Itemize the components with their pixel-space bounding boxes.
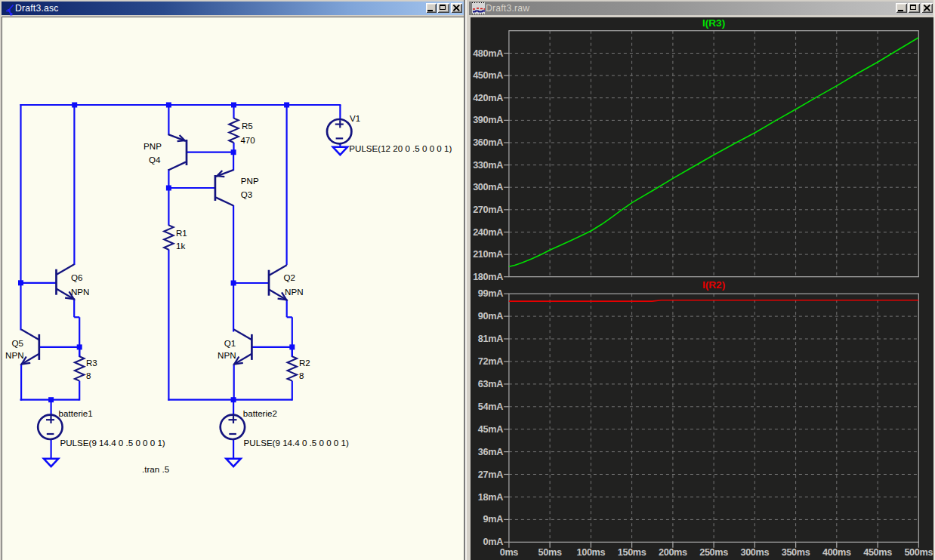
svg-text:9mA: 9mA [483, 514, 503, 525]
svg-text:45mA: 45mA [477, 423, 502, 434]
svg-text:Q5: Q5 [12, 338, 23, 348]
svg-text:450ms: 450ms [863, 547, 892, 558]
svg-text:Q3: Q3 [241, 189, 252, 199]
svg-text:PULSE(9 14.4 0 .5 0 0 0 1): PULSE(9 14.4 0 .5 0 0 0 1) [60, 438, 165, 448]
svg-text:R5: R5 [242, 121, 253, 131]
svg-text:300ms: 300ms [740, 547, 769, 558]
svg-text:330mA: 330mA [473, 159, 503, 170]
svg-text:0mA: 0mA [483, 537, 503, 547]
svg-text:V1: V1 [350, 113, 360, 123]
svg-text:50ms: 50ms [538, 547, 561, 558]
svg-text:Q4: Q4 [149, 155, 161, 165]
svg-text:27mA: 27mA [477, 469, 502, 479]
svg-text:batterie2: batterie2 [243, 408, 277, 418]
svg-text:390mA: 390mA [473, 115, 503, 125]
svg-text:NPN: NPN [218, 350, 236, 360]
svg-text:36mA: 36mA [477, 446, 502, 457]
svg-text:270mA: 270mA [473, 204, 503, 214]
svg-text:R2: R2 [299, 358, 310, 368]
svg-text:8: 8 [86, 371, 91, 380]
svg-text:450mA: 450mA [473, 70, 503, 81]
svg-text:470: 470 [240, 135, 255, 145]
svg-text:150ms: 150ms [617, 547, 646, 558]
svg-text:420mA: 420mA [473, 92, 503, 103]
svg-text:400ms: 400ms [822, 547, 850, 558]
svg-text:18mA: 18mA [477, 491, 502, 502]
svg-text:240mA: 240mA [473, 226, 503, 237]
svg-text:PULSE(9 14.4 0 .5 0 0 0 1): PULSE(9 14.4 0 .5 0 0 0 1) [244, 438, 349, 448]
svg-text:8: 8 [299, 371, 304, 380]
svg-text:200ms: 200ms [658, 547, 687, 558]
svg-text:R1: R1 [176, 228, 187, 238]
svg-text:90mA: 90mA [477, 311, 502, 322]
svg-text:Q6: Q6 [71, 272, 82, 282]
svg-text:PULSE(12 20 0 .5 0 0 0 1): PULSE(12 20 0 .5 0 0 0 1) [349, 143, 452, 153]
svg-text:NPN: NPN [71, 287, 89, 297]
svg-text:batterie1: batterie1 [59, 408, 93, 418]
svg-text:Q2: Q2 [284, 272, 295, 282]
svg-text:63mA: 63mA [477, 378, 502, 389]
svg-text:300mA: 300mA [473, 182, 503, 192]
svg-text:250ms: 250ms [699, 547, 728, 558]
svg-text:0ms: 0ms [499, 547, 518, 558]
svg-text:500ms: 500ms [904, 547, 933, 558]
svg-text:.tran .5: .tran .5 [142, 464, 169, 474]
svg-text:R3: R3 [86, 358, 97, 368]
svg-text:100ms: 100ms [576, 547, 605, 558]
svg-text:99mA: 99mA [477, 288, 502, 299]
svg-text:Q1: Q1 [224, 338, 236, 348]
svg-text:I(R2): I(R2) [702, 279, 724, 291]
svg-text:PNP: PNP [143, 141, 162, 151]
svg-text:1k: 1k [176, 241, 185, 251]
svg-text:210mA: 210mA [473, 249, 503, 260]
svg-text:81mA: 81mA [477, 334, 502, 344]
svg-text:72mA: 72mA [477, 356, 502, 367]
svg-text:350ms: 350ms [781, 547, 810, 558]
svg-text:360mA: 360mA [473, 137, 503, 148]
svg-text:54mA: 54mA [477, 401, 502, 411]
svg-text:180mA: 180mA [473, 271, 503, 282]
svg-text:I(R3): I(R3) [702, 17, 724, 29]
svg-text:480mA: 480mA [473, 48, 503, 58]
svg-text:NPN: NPN [285, 287, 303, 297]
svg-text:NPN: NPN [5, 350, 23, 360]
svg-text:PNP: PNP [241, 176, 259, 186]
